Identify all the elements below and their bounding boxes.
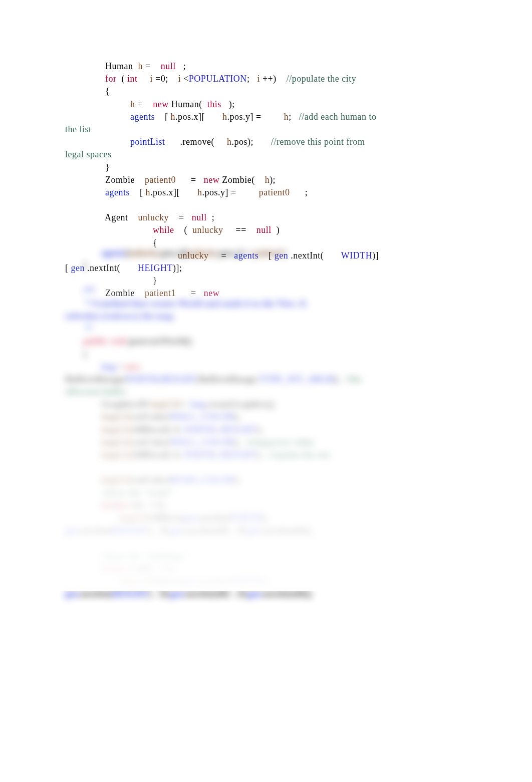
code-line: pointList .remove( h.pos); //remove this… xyxy=(65,136,502,148)
code-line: h = new Human( this ); xyxy=(65,98,502,111)
code-line: { xyxy=(65,85,502,98)
code-line: agents [ h.pos.x][ h.pos.y] = patient0 ; xyxy=(65,186,502,199)
code-line: Agent unlucky = null ; xyxy=(65,211,502,224)
code-line: Human h = null ; xyxy=(65,60,502,73)
code-line: Zombie patient0 = new Zombie( h); xyxy=(65,174,502,186)
code-line: the list xyxy=(0,123,502,136)
blurred-code-preview: agents[unlucky.pos.x][unlucky.pos.y] = p… xyxy=(0,247,532,548)
code-line: for ( int i =0; i <POPULATION; i ++) //p… xyxy=(65,73,502,85)
code-line: legal spaces xyxy=(0,148,502,161)
code-line xyxy=(65,199,502,211)
code-line: while ( unlucky == null ) xyxy=(65,224,502,236)
code-line: } xyxy=(65,161,502,174)
code-line: agents [ h.pos.x][ h.pos.y] = h; //add e… xyxy=(65,111,502,123)
